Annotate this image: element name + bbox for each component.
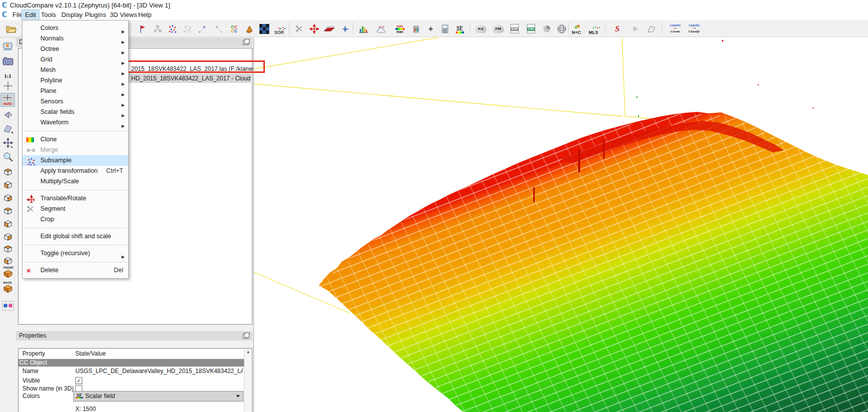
toolbar-icon-point-picking-flag[interactable] [136,22,149,35]
toolbar-icon-interpolate-arrow-up[interactable] [196,22,209,35]
submenu-arrow-icon: ▶ [122,252,125,262]
combobox-colors[interactable]: SFScalar field [73,391,243,402]
left-toolbar-icon-camera-settings[interactable] [1,54,14,67]
point-cloud-render [254,37,868,412]
toolbar-icon-tree-disabled[interactable] [151,22,164,35]
edit-menu-item-waveform[interactable]: Waveform▶ [22,117,128,128]
edit-menu-item-segment[interactable]: Segment [22,204,128,214]
toolbar-icon-canupo-create[interactable]: CANUPO●●Create [668,22,682,35]
left-toolbar-icon-stereo-mode[interactable] [1,299,14,312]
toolbar-icon-sf-calculator[interactable] [438,22,451,35]
toolbar-icon-subsample-dots[interactable] [166,22,179,35]
edit-menu-item-scalar-fields[interactable]: Scalar fields▶ [22,107,128,117]
edit-menu-item-translate-rotate[interactable]: Translate/Rotate [22,193,128,204]
edit-menu-item-colors[interactable]: Colors▶ [22,23,128,33]
left-toolbar-icon-view-cube-5[interactable] [1,217,14,230]
toolbar-icon-histogram[interactable] [356,22,370,35]
left-toolbar-icon-zoom-magnifier[interactable] [1,150,14,163]
menu-item-label: Translate/Rotate [40,195,86,202]
left-toolbar-icon-iso-front[interactable]: FRONT [1,267,14,280]
properties-scrollbar[interactable]: ▲ [244,349,252,412]
toolbar-icon-canupo-classify[interactable]: CANUPO●●Classify [687,22,701,35]
left-toolbar-icon-view-cube-8[interactable] [1,254,14,267]
edit-menu-item-grid[interactable]: Grid▶ [22,54,128,65]
checkbox-visible[interactable]: ✓ [75,377,82,384]
edit-menu-item-polyline[interactable]: Polyline▶ [22,75,128,86]
toolbar-icon-point-picking[interactable] [338,22,352,35]
edit-menu-item-clone[interactable]: Clone [22,134,128,145]
edit-menu-item-normals[interactable]: Normals▶ [22,33,128,44]
menu-separator [23,262,127,262]
toolbar-icon-statistical-test[interactable]: μ,σ [374,22,388,35]
left-toolbar-icon-pivot-center[interactable] [1,79,14,92]
edit-menu-item-mesh[interactable]: Mesh▶ [22,65,128,75]
3d-view[interactable] [253,37,868,412]
left-toolbar-icon-view-cube-3[interactable] [1,191,14,204]
left-toolbar-icon-view-cube-4[interactable] [1,204,14,217]
menu-shortcut: Ctrl+T [106,166,123,176]
left-toolbar-icon-pan-view[interactable] [1,136,14,149]
left-toolbar-icon-view-cube-7[interactable] [1,242,14,255]
toolbar-icon-shp-export[interactable]: SHP [508,22,521,35]
toolbar-icon-checker-pattern[interactable] [257,22,271,35]
toolbar-icon-sor-filter[interactable]: SOR [272,22,286,35]
title-bar: ℂ CloudCompare v2.10.1 (Zephyrus) [64-bi… [0,0,868,10]
edit-menu-item-plane[interactable]: Plane▶ [22,86,128,96]
toolbar-icon-globe[interactable] [555,22,568,35]
toolbar-icon-normals-and-curvature[interactable]: N+C [570,22,583,35]
toolbar-icon-cloud-cloud-compare[interactable]: CCCC [227,22,241,35]
main-toolbar: CCCCSORμ,σminmax+SFKdFMSHPCSVN+CMLSSS·CA… [0,20,868,37]
toolbar-icon-add-scalar-field[interactable]: + [424,22,437,35]
edit-menu-item-delete[interactable]: ×DeleteDel [22,265,128,276]
toolbar-icon-unroll[interactable] [645,22,658,35]
menubar-item-help[interactable]: Help [135,10,155,20]
toolbar-icon-minmax-filter[interactable]: minmax [393,22,407,35]
toolbar-icon-s-curve-gray[interactable]: S· [629,22,642,35]
edit-menu-item-subsample[interactable]: Subsample [22,155,128,166]
left-toolbar-icon-view-cube-2[interactable] [1,178,14,191]
toolbar-icon-file-open[interactable] [4,22,17,35]
toolbar-icon-sf-color-ramp[interactable]: SF [453,22,466,35]
left-toolbar-icon-view-cube-1[interactable] [1,165,14,178]
toolbar-icon-s-curve-red[interactable]: S [611,22,624,35]
left-toolbar-icon-view-cube-6[interactable] [1,230,14,243]
edit-menu-item-crop[interactable]: Crop [22,214,128,225]
toolbar-icon-mls-smoothing[interactable]: MLS [587,22,600,35]
toolbar-icon-segment-scissors[interactable] [292,22,306,35]
edit-menu-item-edit-global-shift-and-scale[interactable]: Edit global shift and scale [22,231,128,242]
toolbar-icon-kd-tree[interactable]: Kd [474,22,487,35]
toolbar-icon-noise-dots-disabled[interactable] [181,22,194,35]
menu-separator [23,131,127,131]
edit-menu-item-apply-transformation[interactable]: Apply transformationCtrl+T [22,166,128,176]
menubar-item-plugins[interactable]: Plugins [82,10,109,20]
menubar-item-edit[interactable]: Edit [22,10,39,20]
menubar-item-tools[interactable]: Tools [38,10,59,20]
toolbar-icon-mesh-sampling[interactable] [242,22,256,35]
edit-menu-item-sensors[interactable]: Sensors▶ [22,96,128,107]
toolbar-separator [353,23,353,34]
toolbar-icon-translate-rotate[interactable] [307,22,321,35]
left-toolbar-icon-perspective-view[interactable] [1,122,14,135]
edit-menu-item-octree[interactable]: Octree▶ [22,44,128,54]
toolbar-separator [605,23,606,34]
toolbar-icon-interpolate-arrow-down[interactable] [212,22,225,35]
db-tree-float-icon[interactable] [243,40,248,45]
properties-title: Properties [19,332,46,339]
menu-item-label: Plane [40,87,56,94]
left-toolbar-icon-pivot-auto[interactable]: auto [1,93,14,106]
toolbar-icon-facet[interactable] [540,22,553,35]
scroll-up-arrow[interactable]: ▲ [244,349,252,356]
toolbar-icon-delete-scalar-field[interactable] [409,22,423,35]
left-toolbar-icon-rotate-camera[interactable] [1,108,14,121]
tree-item-cloud[interactable]: HD_2015_18SVK483422_LAS_2017 - Cloud [131,74,251,83]
toolbar-icon-csv-export[interactable]: CSV [524,22,538,35]
toolbar-icon-cross-section[interactable] [322,22,336,35]
edit-menu-item-toggle-recursive[interactable]: Toggle (recursive)▶ [22,248,128,259]
toolbar-icon-fm[interactable]: FM [491,22,505,35]
menu-item-label: Crop [40,216,54,223]
left-toolbar-icon-iso-back[interactable]: BACK [1,282,14,295]
app-logo-icon: ℂ [2,1,7,9]
left-toolbar-icon-display-options[interactable] [1,40,14,53]
edit-menu-item-multiply-scale[interactable]: Multiply/Scale [22,176,128,187]
properties-float-icon[interactable] [243,334,248,339]
